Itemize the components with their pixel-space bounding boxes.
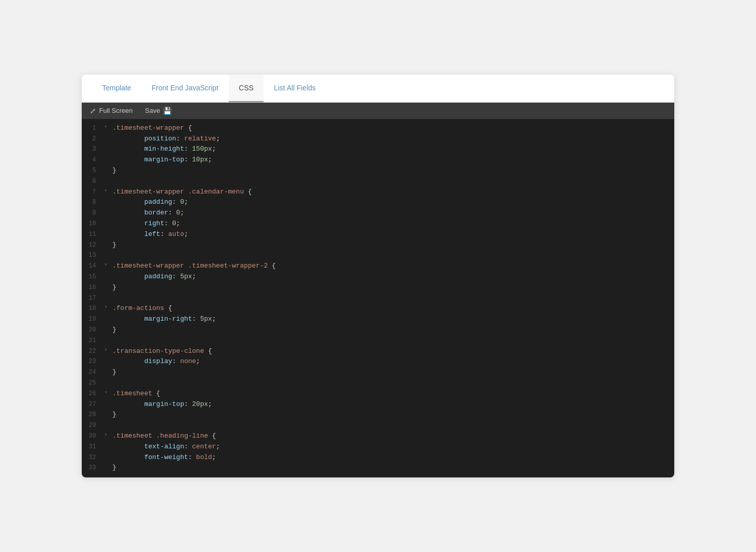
line-number: 2 (86, 134, 104, 144)
code-line: 23 display: none; (82, 356, 674, 367)
line-number: 18 (86, 303, 104, 314)
code-content: min-height: 150px; (112, 144, 670, 155)
code-editor[interactable]: 1▾.timesheet-wrapper {2 position: relati… (82, 119, 674, 477)
code-content: } (112, 367, 670, 378)
code-content (112, 293, 670, 304)
code-line: 26▾.timesheet { (82, 389, 674, 399)
line-number: 15 (86, 272, 104, 282)
code-content (112, 335, 670, 346)
code-line: 16} (82, 282, 674, 293)
line-number: 8 (86, 197, 104, 207)
line-number: 5 (86, 165, 104, 176)
line-number: 33 (86, 463, 104, 473)
line-number: 9 (86, 208, 104, 218)
code-content: margin-top: 10px; (112, 155, 670, 165)
code-content (112, 250, 670, 261)
line-number: 16 (86, 282, 104, 293)
code-content: } (112, 410, 670, 420)
code-content: .timesheet-wrapper { (112, 123, 670, 134)
code-line: 3 min-height: 150px; (82, 144, 674, 155)
code-line: 13 (82, 250, 674, 261)
line-number: 13 (86, 250, 104, 260)
tab-css[interactable]: CSS (229, 75, 264, 102)
code-line: 17 (82, 293, 674, 304)
fold-arrow: ▾ (104, 389, 110, 397)
code-line: 33} (82, 463, 674, 473)
code-line: 27 margin-top: 20px; (82, 399, 674, 410)
code-content: position: relative; (112, 134, 670, 145)
code-content: right: 0; (112, 219, 670, 229)
tab-list-fields[interactable]: List All Fields (264, 75, 326, 102)
code-line: 28} (82, 410, 674, 420)
tab-bar: Template Front End JavaScript CSS List A… (82, 75, 674, 103)
editor-toolbar: ⤢ Full Screen Save 💾 (82, 103, 674, 119)
code-content: } (112, 325, 670, 335)
code-content: text-align: center; (112, 442, 670, 452)
save-button[interactable]: Save 💾 (145, 107, 172, 115)
tab-template[interactable]: Template (92, 75, 141, 102)
line-number: 26 (86, 389, 104, 399)
save-icon: 💾 (163, 107, 172, 115)
code-content (112, 378, 670, 389)
code-content: .transaction-type-clone { (112, 346, 670, 357)
code-content: .timesheet { (112, 389, 670, 399)
line-number: 4 (86, 155, 104, 165)
code-line: 10 right: 0; (82, 219, 674, 229)
line-number: 19 (86, 314, 104, 324)
main-container: Template Front End JavaScript CSS List A… (82, 75, 674, 477)
code-content: left: auto; (112, 229, 670, 240)
line-number: 20 (86, 325, 104, 335)
line-number: 28 (86, 410, 104, 420)
save-label: Save (145, 107, 160, 114)
code-line: 18▾.form-actions { (82, 303, 674, 314)
code-content: margin-top: 20px; (112, 399, 670, 410)
code-line: 6 (82, 176, 674, 187)
code-content: border: 0; (112, 208, 670, 219)
code-content (112, 420, 670, 431)
code-line: 15 padding: 5px; (82, 272, 674, 282)
code-line: 7▾.timesheet-wrapper .calendar-menu { (82, 187, 674, 198)
fold-arrow: ▾ (104, 346, 110, 354)
line-number: 32 (86, 452, 104, 463)
code-content: .timesheet-wrapper .timesheet-wrapper-2 … (112, 261, 670, 272)
fullscreen-icon: ⤢ (90, 107, 96, 115)
code-content: margin-right: 5px; (112, 314, 670, 325)
code-line: 21 (82, 335, 674, 346)
code-line: 24} (82, 367, 674, 378)
fold-arrow: ▾ (104, 261, 110, 269)
code-line: 2 position: relative; (82, 134, 674, 145)
line-number: 29 (86, 420, 104, 430)
fold-arrow: ▾ (104, 303, 110, 311)
code-line: 32 font-weight: bold; (82, 452, 674, 463)
code-content: display: none; (112, 356, 670, 367)
code-line: 5} (82, 165, 674, 176)
fold-arrow: ▾ (104, 431, 110, 439)
code-content: } (112, 282, 670, 293)
line-number: 24 (86, 367, 104, 377)
code-line: 30▾.timesheet .heading-line { (82, 431, 674, 442)
code-content: } (112, 165, 670, 176)
fold-arrow: ▾ (104, 123, 110, 131)
code-content: .form-actions { (112, 303, 670, 314)
line-number: 23 (86, 356, 104, 367)
code-line: 22▾.transaction-type-clone { (82, 346, 674, 357)
code-content: font-weight: bold; (112, 452, 670, 463)
code-content: } (112, 240, 670, 251)
line-number: 6 (86, 176, 104, 186)
line-number: 27 (86, 399, 104, 410)
line-number: 3 (86, 144, 104, 154)
code-line: 9 border: 0; (82, 208, 674, 219)
line-number: 7 (86, 187, 104, 197)
code-line: 14▾.timesheet-wrapper .timesheet-wrapper… (82, 261, 674, 272)
line-number: 17 (86, 293, 104, 303)
code-content: padding: 0; (112, 197, 670, 208)
tab-frontend-js[interactable]: Front End JavaScript (141, 75, 229, 102)
code-line: 25 (82, 378, 674, 389)
line-number: 14 (86, 261, 104, 271)
code-content: .timesheet .heading-line { (112, 431, 670, 442)
line-number: 21 (86, 335, 104, 346)
code-line: 8 padding: 0; (82, 197, 674, 208)
code-content: .timesheet-wrapper .calendar-menu { (112, 187, 670, 198)
fullscreen-button[interactable]: ⤢ Full Screen (90, 107, 133, 115)
code-content: padding: 5px; (112, 272, 670, 282)
